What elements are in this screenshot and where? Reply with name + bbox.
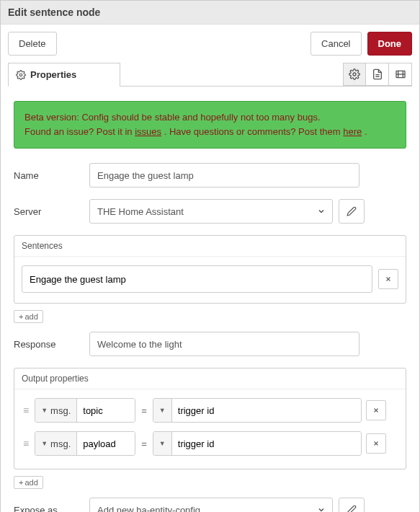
server-select[interactable] — [89, 199, 333, 224]
msg-type-dropdown[interactable]: ▼msg. — [35, 399, 77, 422]
expose-edit-button[interactable] — [339, 498, 365, 512]
svg-point-0 — [19, 74, 22, 76]
tab-appearance-icon[interactable] — [389, 63, 412, 86]
equals-sign: = — [140, 438, 148, 449]
output-remove-button[interactable] — [366, 400, 386, 420]
add-output-button[interactable]: + add — [14, 476, 43, 489]
output-prop-pair: ▼msg. — [35, 431, 135, 456]
server-label: Server — [14, 206, 89, 217]
cancel-button[interactable]: Cancel — [310, 32, 361, 56]
sentence-remove-button[interactable] — [378, 269, 398, 289]
output-value-pair: ▼ — [153, 398, 362, 423]
tab-properties[interactable]: Properties — [8, 63, 120, 87]
sentences-section: Sentences — [14, 235, 406, 304]
issues-link[interactable]: issues — [135, 126, 161, 137]
output-prop-input[interactable] — [77, 432, 135, 455]
grip-icon[interactable]: ≡ — [22, 405, 30, 416]
output-value-input[interactable] — [172, 399, 361, 422]
output-prop-pair: ▼msg. — [35, 398, 135, 423]
done-button[interactable]: Done — [367, 32, 413, 56]
dialog-title: Edit sentence node — [1, 1, 419, 25]
value-type-dropdown[interactable]: ▼ — [153, 399, 172, 422]
tab-description-icon[interactable] — [366, 63, 389, 86]
tab-settings-icon[interactable] — [343, 63, 366, 86]
plus-icon: + — [19, 312, 23, 321]
sentences-title: Sentences — [14, 236, 406, 257]
output-section: Output properties ≡ ▼msg. = ▼ — [14, 368, 406, 469]
gear-icon — [16, 70, 26, 80]
svg-point-1 — [353, 73, 356, 76]
grip-icon[interactable]: ≡ — [22, 438, 30, 449]
add-sentence-button[interactable]: + add — [14, 310, 43, 323]
equals-sign: = — [140, 405, 148, 416]
response-label: Response — [14, 339, 89, 350]
msg-type-dropdown[interactable]: ▼msg. — [35, 432, 77, 455]
name-input[interactable] — [89, 163, 359, 187]
server-edit-button[interactable] — [339, 199, 365, 224]
output-remove-button[interactable] — [366, 433, 386, 454]
delete-button[interactable]: Delete — [8, 32, 57, 56]
here-link[interactable]: here — [343, 126, 362, 137]
output-title: Output properties — [14, 368, 406, 389]
sentence-input[interactable] — [22, 265, 372, 293]
expose-select[interactable] — [89, 498, 333, 512]
output-value-input[interactable] — [172, 432, 361, 455]
output-prop-input[interactable] — [77, 399, 135, 422]
beta-notice: Beta version: Config should be stable an… — [14, 101, 406, 149]
output-value-pair: ▼ — [153, 431, 362, 456]
plus-icon: + — [19, 478, 23, 487]
value-type-dropdown[interactable]: ▼ — [153, 432, 172, 455]
name-label: Name — [14, 170, 89, 181]
response-input[interactable] — [89, 332, 359, 356]
expose-label: Expose as — [14, 505, 89, 512]
tab-label: Properties — [30, 69, 76, 80]
